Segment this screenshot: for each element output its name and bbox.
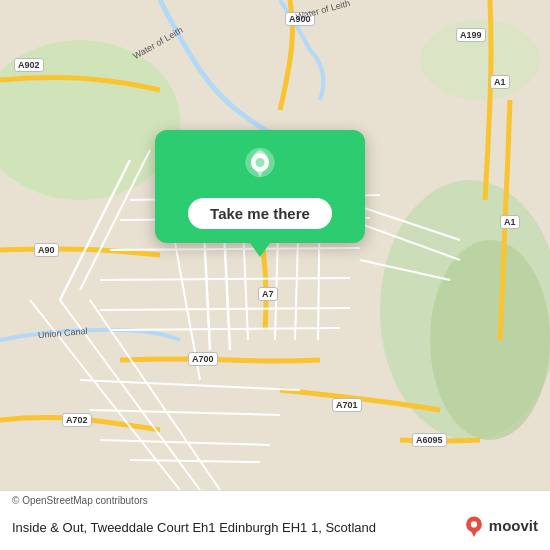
road-label-a1-mid: A1 <box>500 215 520 229</box>
bottom-bar: © OpenStreetMap contributors Inside & Ou… <box>0 490 550 550</box>
road-label-a902: A902 <box>14 58 44 72</box>
road-label-a701: A701 <box>332 398 362 412</box>
location-pin-icon <box>238 146 282 190</box>
svg-point-2 <box>430 240 550 440</box>
address-text: Inside & Out, Tweeddale Court Eh1 Edinbu… <box>12 520 455 535</box>
moovit-brand-text: moovit <box>489 517 538 534</box>
take-me-there-button[interactable]: Take me there <box>188 198 332 229</box>
road-label-a7: A7 <box>258 287 278 301</box>
road-label-a700: A700 <box>188 352 218 366</box>
svg-marker-35 <box>471 530 477 536</box>
moovit-pin-icon <box>463 515 485 537</box>
road-label-a1-top: A1 <box>490 75 510 89</box>
svg-point-34 <box>471 521 477 527</box>
moovit-logo: moovit <box>463 515 538 537</box>
road-label-a90: A90 <box>34 243 59 257</box>
road-label-a199: A199 <box>456 28 486 42</box>
map-container: A199 A902 A900 A1 A1 A90 A7 A700 A702 A7… <box>0 0 550 490</box>
copyright-text: © OpenStreetMap contributors <box>12 495 148 506</box>
road-label-a6095: A6095 <box>412 433 447 447</box>
popup-card: Take me there <box>155 130 365 243</box>
road-label-a702: A702 <box>62 413 92 427</box>
